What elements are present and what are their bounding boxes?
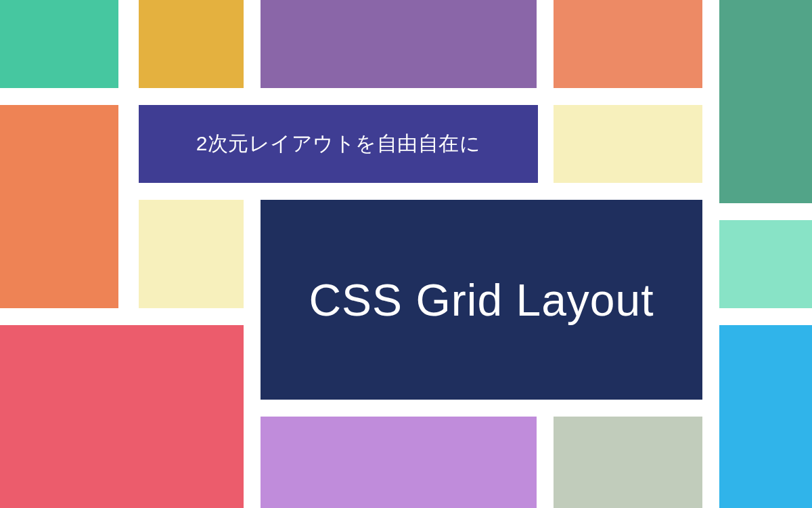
- tile-teal: [0, 0, 118, 88]
- subtitle-panel: 2次元レイアウトを自由自在に: [139, 105, 538, 183]
- tile-orange-light: [554, 0, 702, 88]
- tile-blue: [719, 325, 812, 508]
- subtitle-text: 2次元レイアウトを自由自在に: [196, 130, 481, 158]
- grid-demo: 2次元レイアウトを自由自在に CSS Grid Layout: [0, 0, 812, 508]
- tile-cream-top: [554, 105, 702, 183]
- tile-yellow: [139, 0, 244, 88]
- tile-sage: [554, 417, 702, 508]
- title-text: CSS Grid Layout: [309, 274, 654, 326]
- tile-pink: [0, 325, 244, 508]
- tile-mint: [719, 220, 812, 308]
- tile-lilac: [261, 417, 537, 508]
- title-panel: CSS Grid Layout: [261, 200, 702, 400]
- tile-orange: [0, 105, 118, 308]
- tile-cream-left: [139, 200, 244, 308]
- tile-green: [719, 0, 812, 203]
- tile-purple: [261, 0, 537, 88]
